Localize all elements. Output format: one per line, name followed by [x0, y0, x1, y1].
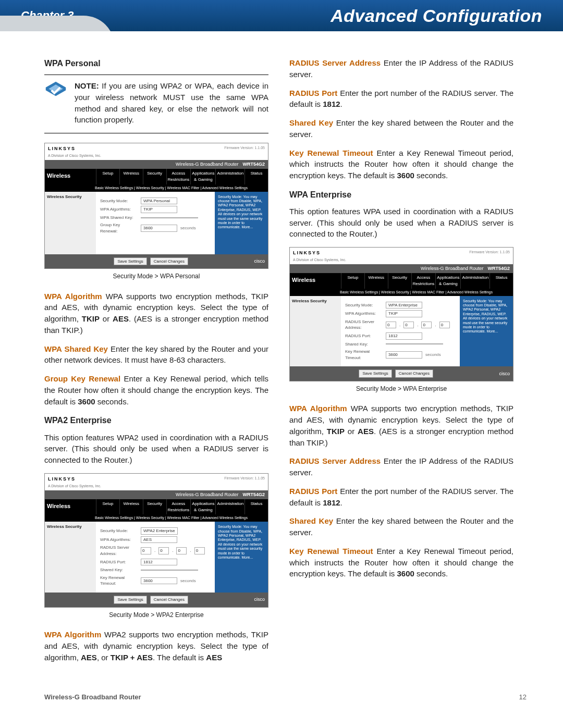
radius-ip-octet[interactable]: 0	[158, 547, 169, 554]
para-body: .	[340, 100, 342, 108]
shot-tab[interactable]: Status	[244, 169, 268, 184]
para-body: seconds.	[95, 397, 129, 406]
shot-model-line: Wireless-G Broadband Router	[176, 161, 239, 168]
cancel-changes-button[interactable]: Cancel Changes	[395, 369, 433, 378]
shot-firmware: Firmware Version: 1.1.05	[224, 145, 265, 151]
shot-tab[interactable]: Setup	[96, 169, 119, 184]
security-mode-select[interactable]: WPA Enterprise	[386, 302, 422, 309]
wpa-algorithm-select[interactable]: TKIP	[386, 310, 422, 317]
shot-tab[interactable]: Setup	[96, 499, 119, 514]
caption: Security Mode > WPA Enterprise	[289, 385, 513, 393]
wpa-algorithm-select[interactable]: TKIP	[141, 206, 177, 213]
shared-key-input[interactable]	[141, 570, 198, 571]
shot-tab[interactable]: Wireless	[119, 499, 143, 514]
shot-section: Wireless	[45, 499, 96, 514]
para-bold: TKIP + AES	[111, 653, 153, 662]
radius-port-input[interactable]: 1812	[386, 332, 422, 340]
para-lead: RADIUS Port	[289, 487, 337, 496]
shot-tab[interactable]: Wireless	[364, 273, 388, 288]
shot-tab[interactable]: Security	[388, 273, 411, 288]
cancel-changes-button[interactable]: Cancel Changes	[150, 596, 188, 604]
shot-tab[interactable]: Security	[143, 499, 166, 514]
field-label: RADIUS Server Address:	[100, 545, 138, 557]
para-bold: AES	[113, 314, 129, 323]
para-bold: 3600	[78, 397, 95, 406]
caption: Security Mode > WPA2 Enterprise	[44, 611, 268, 620]
field-label: WPA Algorithms:	[100, 206, 138, 213]
para-bold: 1812	[323, 100, 340, 108]
shot-tab[interactable]: Security	[143, 169, 166, 184]
shot-section: Wireless	[290, 273, 341, 288]
shot-tab[interactable]: Access Restrictions	[166, 499, 191, 514]
wpa-algorithm-select[interactable]: AES	[141, 536, 177, 544]
shot-brand: LINKSYS	[48, 476, 76, 482]
key-renewal-input[interactable]: 3600	[141, 577, 177, 585]
shot-help: Security Mode: You may choose from Disab…	[215, 192, 268, 254]
shot-firmware: Firmware Version: 1.1.05	[224, 476, 265, 481]
shot-tab[interactable]: Status	[244, 499, 268, 514]
shot-panel-label: Wireless Security	[290, 296, 341, 367]
shot-tab[interactable]: Applications & Gaming	[435, 273, 460, 288]
field-label: RADIUS Port:	[100, 559, 138, 565]
shot-tab[interactable]: Status	[489, 273, 513, 288]
shot-tab[interactable]: Administration	[460, 273, 489, 288]
left-column: WPA Personal NOTE: If you are using WPA2…	[44, 57, 268, 670]
save-settings-button[interactable]: Save Settings	[114, 596, 146, 604]
shot-tab[interactable]: Wireless	[119, 169, 143, 184]
radius-ip-octet[interactable]: 0	[421, 322, 432, 329]
shot-tab[interactable]: Administration	[215, 169, 244, 184]
shot-tab[interactable]: Setup	[341, 273, 364, 288]
shot-model-line: Wireless-G Broadband Router	[421, 265, 484, 272]
para-body: . The default is	[153, 653, 206, 662]
save-settings-button[interactable]: Save Settings	[114, 257, 146, 266]
page-title: Advanced Configuration	[331, 6, 563, 26]
field-label: Group Key Renewal:	[100, 222, 138, 234]
shot-help: Security Mode: You may choose from Disab…	[215, 522, 268, 593]
caption: Security Mode > WPA Personal	[44, 272, 268, 281]
radius-port-input[interactable]: 1812	[141, 559, 177, 566]
field-label: Shared Key:	[100, 567, 138, 573]
page-footer: Wireless-G Broadband Router 12	[0, 670, 563, 701]
field-label: WPA Algorithms:	[100, 537, 138, 543]
shot-tabs: Setup Wireless Security Access Restricti…	[96, 169, 268, 184]
radius-ip-octet[interactable]: 0	[386, 322, 396, 329]
field-label: Key Renewal Timeout:	[345, 349, 383, 361]
group-key-renewal-input[interactable]: 3600	[141, 225, 177, 232]
heading-wpa-personal: WPA Personal	[44, 57, 268, 69]
shot-tab[interactable]: Access Restrictions	[411, 273, 436, 288]
shot-brand: LINKSYS	[48, 146, 76, 151]
shared-key-input[interactable]	[386, 343, 443, 344]
shot-tab[interactable]: Applications & Gaming	[190, 169, 215, 184]
heading-wpa-enterprise: WPA Enterprise	[289, 189, 513, 201]
para-lead: Group Key Renewal	[44, 374, 120, 383]
shot-tab[interactable]: Administration	[215, 499, 244, 514]
security-mode-select[interactable]: WPA Personal	[141, 198, 177, 205]
shot-panel-label: Wireless Security	[45, 522, 96, 593]
para-body: or	[345, 427, 358, 436]
field-unit: seconds	[425, 352, 441, 358]
radius-ip-octet[interactable]: 0	[439, 322, 450, 329]
cancel-changes-button[interactable]: Cancel Changes	[150, 257, 188, 266]
wpa-shared-key-input[interactable]	[141, 217, 198, 218]
field-unit: seconds	[180, 225, 196, 231]
radius-ip-octet[interactable]: 0	[403, 322, 414, 329]
key-renewal-input[interactable]: 3600	[386, 351, 422, 359]
para-bold: AES	[81, 653, 97, 662]
save-settings-button[interactable]: Save Settings	[359, 369, 391, 378]
radius-ip-octet[interactable]: 0	[141, 547, 151, 554]
right-column: RADIUS Server Address Enter the IP Addre…	[289, 57, 513, 670]
security-mode-select[interactable]: WPA2 Enterprise	[141, 527, 178, 535]
para-lead: WPA Algorithm	[289, 404, 347, 413]
shot-brand: LINKSYS	[293, 250, 321, 255]
shot-tab[interactable]: Access Restrictions	[166, 169, 191, 184]
shot-tab[interactable]: Applications & Gaming	[190, 499, 215, 514]
page-header: Chapter 3 Advanced Configuration	[0, 0, 563, 31]
field-label: RADIUS Port:	[345, 333, 383, 339]
para-body: seconds.	[414, 171, 448, 180]
para-lead: RADIUS Server Address	[289, 456, 381, 465]
shot-subnav: Basic Wireless Settings | Wireless Secur…	[290, 289, 513, 296]
para-lead: WPA Algorithm	[44, 292, 102, 301]
radius-ip-octet[interactable]: 0	[194, 547, 205, 554]
radius-ip-octet[interactable]: 0	[176, 547, 187, 554]
shot-model: WRT54G2	[242, 161, 265, 168]
